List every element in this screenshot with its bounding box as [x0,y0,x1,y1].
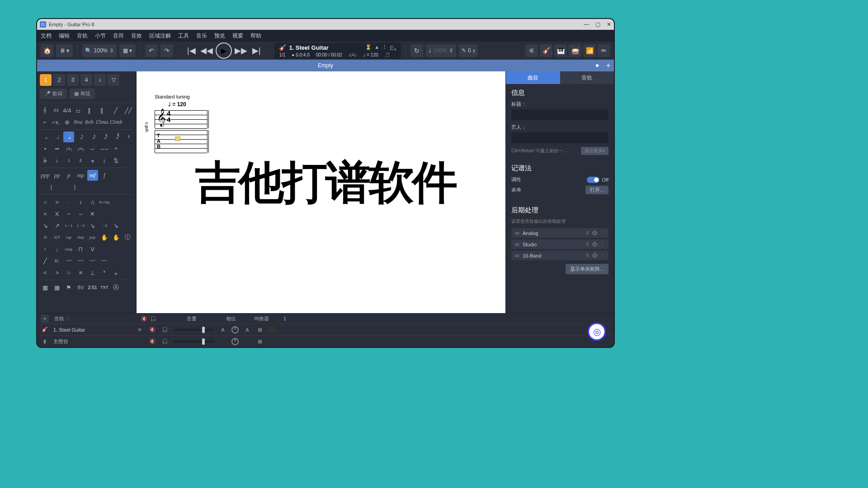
menu-file[interactable]: 文档 [41,32,52,40]
voice-1-button[interactable]: 1 [40,74,52,86]
notation-staff[interactable]: 𝄞 44 [155,110,209,128]
go-end-button[interactable]: ▶| [250,44,263,57]
pull-icon[interactable]: ⌣ [75,208,86,219]
grid2-icon[interactable]: ▦ [52,282,62,293]
slap-icon[interactable]: slap [75,232,86,243]
redo-button[interactable]: ↷ [160,44,173,57]
mf-icon[interactable]: mf [87,170,98,181]
tie2-icon[interactable]: ⌣⌣ [99,143,110,154]
signal-icon[interactable]: 📶 [583,44,596,57]
bend-o-icon[interactable]: ○ [63,267,74,278]
close-button[interactable]: ✕ [607,21,611,28]
bend-gt-icon[interactable]: > [52,267,62,278]
voice-3-button[interactable]: 3 [67,74,79,86]
rasg-icon[interactable]: rasg. [63,244,74,254]
slide2-icon[interactable]: ↗ [52,220,62,231]
whole-note[interactable]: 𝅝 [40,131,51,142]
tuning-fork-icon[interactable]: 🎵 [385,52,390,57]
loop-button[interactable]: ↻ [410,44,423,57]
slide1-icon[interactable]: ↘ [40,220,51,231]
cross-icon[interactable]: X [52,208,62,219]
sixtyfourth-note[interactable]: 𝅘𝅥𝅱 [111,131,122,142]
voice-4-button[interactable]: 4 [80,74,92,86]
bend-eq-icon[interactable]: ≡ [75,267,86,278]
menu-effect[interactable]: 音效 [131,32,142,40]
repeat-start-icon[interactable]: ‖ [84,105,94,116]
alt-ending-icon[interactable]: ⌐x. [51,117,61,127]
bend-u-icon[interactable]: ⊥ [87,267,98,278]
half-note[interactable]: 𝅗𝅥 [52,131,62,142]
menu-view[interactable]: 视窗 [232,32,243,40]
8va-icon[interactable]: 8va [73,117,84,127]
decresc-icon[interactable]: ⟩ [63,182,86,192]
box-a-icon[interactable]: Ⓐ [111,282,122,293]
vib2-icon[interactable]: 〰 [75,255,86,266]
undo-button[interactable]: ↶ [145,44,158,57]
master-solo-button[interactable]: 🎧 [161,338,169,346]
menu-preview[interactable]: 预览 [214,32,225,40]
doubledot-icon[interactable]: •• [52,143,62,154]
fx-analog[interactable]: ▭Analog⇳⏻⋮ [511,228,609,238]
bend-star2-icon[interactable]: ⁎ [111,267,122,278]
fretboard-view-icon[interactable]: 🎸 [540,44,552,57]
fermata-icon[interactable]: 𝄐 [111,143,122,154]
options-icon[interactable]: ⋮ [382,44,387,52]
tab-empty[interactable]: Empty [318,62,333,69]
8vb-icon[interactable]: 8vb [84,117,94,127]
thirtysecond-note[interactable]: 𝅘𝅥𝅰 [99,131,110,142]
transpose-control[interactable]: ✎ 0 ± [459,44,478,57]
harmonic-icon[interactable]: H [40,232,51,243]
transpose-toggle[interactable] [587,177,599,183]
metronome-icon[interactable]: ▲ [374,44,379,52]
timesig-icon[interactable]: 4/4 [62,105,72,116]
swing-control[interactable]: ♩ 100% ⇳ [426,44,456,57]
menu-note[interactable]: 音符 [113,32,124,40]
keysig-icon[interactable]: ♯♯ [51,105,61,116]
menu-help[interactable]: 帮助 [250,32,261,40]
volume-slider[interactable] [174,329,214,331]
doublesharp-icon[interactable]: 𝄪 [87,155,98,166]
sound-engine-button[interactable]: ◎ [588,323,606,341]
add-track-button[interactable]: + [41,314,49,323]
lyrics-button[interactable]: 🎤 歌词 [40,89,67,99]
coda-icon[interactable]: ⊕ [62,117,72,127]
triplet-icon[interactable]: ⚏ [73,105,84,116]
ppp-icon[interactable]: ppp [40,170,51,181]
voice-dropdown[interactable]: ▽ [108,74,119,86]
layout-button[interactable]: ▦ ▾ [119,44,136,57]
bend-lt-icon[interactable]: < [40,267,51,278]
multivoice-button[interactable]: ♪ [94,74,106,86]
circled-icon[interactable]: ⓘ [123,232,133,243]
forward-button[interactable]: ▶▶ [235,44,247,57]
chord-button[interactable]: ▦ 和弦 [70,89,95,99]
trem1-icon[interactable]: ╱ [40,255,51,266]
ending-icon[interactable]: ⌐ [40,117,50,127]
title-input[interactable] [511,109,609,120]
cresc-icon[interactable]: ⟨ [40,182,62,192]
mute-button[interactable]: 🔇 [148,326,156,334]
menu-tools[interactable]: 工具 [178,32,189,40]
15ma-icon[interactable]: 15ma [95,117,108,127]
hammer-icon[interactable]: ⌢ [63,208,74,219]
dot-icon[interactable]: • [40,143,51,154]
pencil-icon[interactable]: ✏ [598,44,610,57]
flat-icon[interactable]: ♭ [52,155,62,166]
pick1-icon[interactable]: ⊓ [75,244,86,254]
clef-icon[interactable]: 𝄞 [40,105,50,116]
time-icon[interactable]: 2:51 [87,282,98,293]
voice-2-button[interactable]: 2 [53,74,65,86]
home-button[interactable]: 🏠 [41,44,53,57]
master-volume-slider[interactable] [174,341,214,343]
fx-studio[interactable]: ▭Studio⇳⏻⋮ [511,239,609,249]
menu-music[interactable]: 音乐 [196,32,207,40]
slide3-icon[interactable]: 1→1 [63,220,74,231]
play-button[interactable]: ▶ [216,42,232,59]
bend-star-icon[interactable]: * [99,267,110,278]
f-icon[interactable]: f [99,170,110,181]
bv-icon[interactable]: BV [75,282,86,293]
down-icon[interactable]: ↓ [52,244,62,254]
show-more-button[interactable]: 显示更多▾ [581,147,609,155]
track-instrument-icon[interactable]: 🎸 [41,326,49,334]
tab-track[interactable]: 音轨 [560,71,614,84]
keyboard-view-icon[interactable]: 🎹 [554,44,567,57]
